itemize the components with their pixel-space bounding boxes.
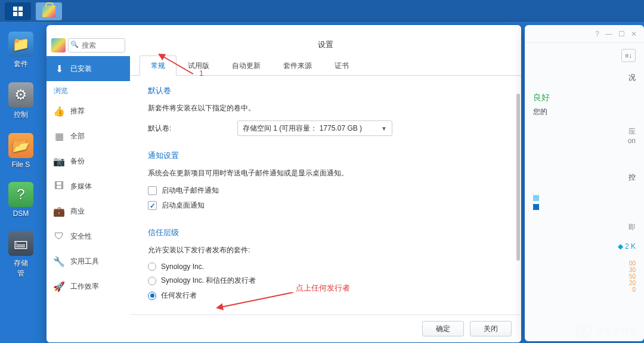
sidebar-item-backup[interactable]: 📷备份 <box>47 149 130 174</box>
sidebar-item-recommended[interactable]: 👍推荐 <box>47 98 130 123</box>
grid-icon: ▦ <box>54 131 64 141</box>
desktop-icon[interactable]: 🖴存储 管 <box>7 231 35 279</box>
sidebar-item-label: 商业 <box>70 206 85 217</box>
desktop-icon[interactable]: ?DSM <box>7 182 35 218</box>
section-desc: 允许安装以下发行者发布的套件: <box>148 245 503 255</box>
sidebar-item-label: 推荐 <box>70 106 85 116</box>
status-good: 良好 <box>533 92 636 103</box>
sidebar-item-productivity[interactable]: 🚀工作效率 <box>47 274 130 299</box>
close-icon[interactable]: ✕ <box>631 30 637 38</box>
panel-text: 即 <box>525 218 644 237</box>
sidebar-item-utilities[interactable]: 🔧实用工具 <box>47 249 130 274</box>
checkbox-label: 启动电子邮件通知 <box>162 186 219 196</box>
desktop-icon[interactable]: ⚙控制 <box>7 82 35 120</box>
tab-sources[interactable]: 套件来源 <box>272 55 323 76</box>
desktop-icon[interactable]: 📂File S <box>7 133 35 169</box>
panel-text: 003050200 <box>525 255 644 298</box>
gear-icon: ⚙ <box>8 82 33 107</box>
radio-label: 任何发行者 <box>161 291 197 301</box>
sidebar: ⬇ 已安装 浏览 👍推荐 ▦全部 📷备份 🎞多媒体 💼商业 🛡安全性 🔧实用工具… <box>47 35 130 342</box>
package-center-icon <box>42 5 55 17</box>
section-trust: 信任层级 <box>148 227 503 238</box>
shield-icon: 🛡 <box>54 231 64 242</box>
help-icon[interactable]: ? <box>595 30 599 38</box>
storage-icon: 🖴 <box>8 231 33 256</box>
list-toggle-button[interactable]: ≡↓ <box>621 49 636 62</box>
watermark: 值 什么值得买 <box>576 323 638 338</box>
desktop-icon-label: 套件 <box>14 59 28 69</box>
tabs: 常规 试用版 自动更新 套件来源 证书 <box>130 55 521 76</box>
desktop: 📁套件 ⚙控制 📂File S ?DSM 🖴存储 管 <box>0 23 42 343</box>
tab-certificate[interactable]: 证书 <box>323 55 360 76</box>
checkbox-email[interactable] <box>148 186 157 195</box>
search-input[interactable] <box>68 38 125 52</box>
help-icon: ? <box>8 182 33 207</box>
sidebar-item-security[interactable]: 🛡安全性 <box>47 224 130 249</box>
radio-label: Synology Inc. <box>161 262 204 271</box>
thumb-up-icon: 👍 <box>54 106 64 116</box>
titlebar <box>47 25 521 35</box>
section-desc: 系统会在更新项目可用时寄送电子邮件通知或是显示桌面通知。 <box>148 168 503 178</box>
wrench-icon: 🔧 <box>54 256 64 267</box>
radio-any-publisher[interactable] <box>148 292 156 300</box>
main-area: 设置 常规 试用版 自动更新 套件来源 证书 默认卷 新套件将安装在以下指定的卷… <box>130 35 521 342</box>
dropdown-value: 存储空间 1 (可用容量： 1775.07 GB ) <box>243 123 362 134</box>
chevron-down-icon: ▼ <box>381 125 387 132</box>
sidebar-item-label: 多媒体 <box>70 181 92 191</box>
section-notification: 通知设置 <box>148 150 503 161</box>
sidebar-item-installed[interactable]: ⬇ 已安装 <box>47 56 130 81</box>
section-default-volume: 默认卷 <box>148 85 503 96</box>
legend-color-icon <box>533 195 539 201</box>
sidebar-item-label: 安全性 <box>70 231 92 242</box>
desktop-icon-label: File S <box>12 160 30 169</box>
panel-text: 应 on <box>525 122 644 150</box>
checkbox-label: 启动桌面通知 <box>162 200 205 211</box>
watermark-icon: 值 <box>576 323 592 338</box>
briefcase-icon: 💼 <box>54 206 64 217</box>
section-desc: 新套件将安装在以下指定的卷中。 <box>148 103 503 113</box>
download-icon: ⬇ <box>54 63 64 74</box>
sidebar-section-header: 浏览 <box>47 81 130 98</box>
tab-trial[interactable]: 试用版 <box>177 55 221 76</box>
dialog-footer: 确定 关闭 <box>130 314 521 342</box>
radio-synology[interactable] <box>148 262 156 271</box>
radio-synology-trusted[interactable] <box>148 277 156 285</box>
panel-header: 控 <box>525 168 644 187</box>
package-center-window: ⬇ 已安装 浏览 👍推荐 ▦全部 📷备份 🎞多媒体 💼商业 🛡安全性 🔧实用工具… <box>47 25 521 342</box>
sidebar-item-multimedia[interactable]: 🎞多媒体 <box>47 174 130 199</box>
folder-icon: 📁 <box>8 32 33 57</box>
tab-autoupdate[interactable]: 自动更新 <box>221 55 272 76</box>
camera-icon: 📷 <box>54 156 64 166</box>
dialog-title: 设置 <box>130 35 521 52</box>
status-sub: 您的 <box>533 107 636 117</box>
checkbox-desktop[interactable] <box>148 201 157 210</box>
maximize-icon[interactable]: ☐ <box>618 30 625 38</box>
minimize-icon[interactable]: — <box>605 30 612 38</box>
default-volume-dropdown[interactable]: 存储空间 1 (可用容量： 1775.07 GB ) ▼ <box>237 120 392 136</box>
panel-header: 况 <box>525 68 644 88</box>
field-label: 默认卷: <box>148 123 225 134</box>
folder-icon: 📂 <box>8 133 33 158</box>
taskbar-app-package-center[interactable] <box>36 2 62 20</box>
desktop-icon-label: 存储 管 <box>14 258 28 279</box>
sidebar-item-business[interactable]: 💼商业 <box>47 199 130 224</box>
network-stat: ◆ 2 K <box>618 242 636 251</box>
widget-panel: ? — ☐ ✕ ≡↓ 况 良好 您的 应 on 控 即 ◆ 2 K 003050… <box>525 25 644 341</box>
dialog-content: 默认卷 新套件将安装在以下指定的卷中。 默认卷: 存储空间 1 (可用容量： 1… <box>130 76 521 314</box>
legend-color-icon <box>533 204 539 210</box>
close-button[interactable]: 关闭 <box>470 321 512 336</box>
desktop-icon-label: DSM <box>13 209 29 218</box>
ok-button[interactable]: 确定 <box>422 321 464 336</box>
scrollbar[interactable] <box>516 94 520 261</box>
desktop-icon[interactable]: 📁套件 <box>7 32 35 69</box>
sidebar-item-label: 已安装 <box>70 64 92 74</box>
settings-dialog: 设置 常规 试用版 自动更新 套件来源 证书 默认卷 新套件将安装在以下指定的卷… <box>130 35 521 342</box>
grid-icon <box>13 7 23 16</box>
sidebar-item-label: 备份 <box>70 156 85 166</box>
radio-label: Synology Inc. 和信任的发行者 <box>161 276 256 286</box>
tab-general[interactable]: 常规 <box>140 55 177 76</box>
taskbar-menu-button[interactable] <box>5 2 31 20</box>
sidebar-item-label: 全部 <box>70 131 85 141</box>
sidebar-item-label: 工作效率 <box>70 282 99 292</box>
sidebar-item-all[interactable]: ▦全部 <box>47 123 130 149</box>
